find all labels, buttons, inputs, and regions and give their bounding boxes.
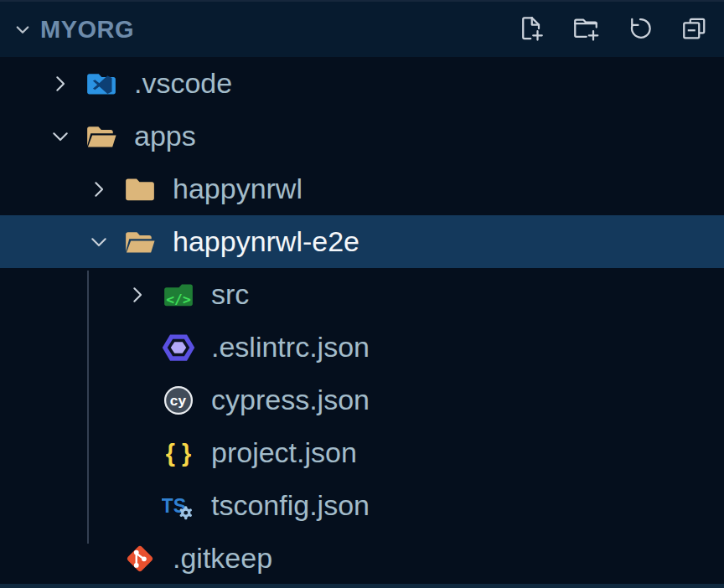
closed-folder-icon <box>122 172 158 207</box>
chevron-placeholder <box>124 440 151 467</box>
svg-text:{ }: { } <box>166 440 191 467</box>
tree-item-label: src <box>211 278 249 311</box>
tree-item-apps[interactable]: apps <box>0 110 724 162</box>
svg-text:</>: </> <box>166 291 191 307</box>
tsconfig-icon: TS <box>161 488 196 524</box>
indent-spacer <box>0 479 124 532</box>
tree-item-tsconfig-json[interactable]: TStsconfig.json <box>0 479 724 532</box>
tree-item-label: happynrwl <box>173 173 303 205</box>
new-file-icon <box>516 13 546 46</box>
new-file-button[interactable] <box>515 13 547 45</box>
indent-spacer <box>0 268 124 321</box>
tree-item-label: cypress.json <box>211 384 370 416</box>
collapse-all-icon <box>680 13 710 46</box>
indent-spacer <box>0 110 47 162</box>
src-folder-icon: </> <box>161 277 196 312</box>
tree-item-cypress-json[interactable]: cycypress.json <box>0 374 724 426</box>
git-icon <box>122 541 158 576</box>
chevron-placeholder <box>124 387 151 414</box>
chevron-placeholder <box>124 334 151 361</box>
tree-item-eslintrc-json[interactable]: .eslintrc.json <box>0 321 724 374</box>
partial-next-row <box>0 584 724 588</box>
new-folder-icon <box>571 13 601 46</box>
tree-item-gitkeep[interactable]: .gitkeep <box>0 532 724 585</box>
indent-spacer <box>0 374 124 426</box>
section-title: MYORG <box>40 16 134 44</box>
collapse-all-button[interactable] <box>679 13 711 45</box>
new-folder-button[interactable] <box>570 13 602 45</box>
chevron-down-icon[interactable] <box>85 229 112 255</box>
tree-item-label: tsconfig.json <box>211 489 370 522</box>
chevron-right-icon[interactable] <box>124 281 151 308</box>
cypress-icon: cy <box>161 383 196 418</box>
chevron-right-icon[interactable] <box>47 70 74 97</box>
section-chevron-down-icon[interactable] <box>10 17 35 42</box>
open-folder-icon <box>122 224 158 260</box>
tree-item-project-json[interactable]: { }project.json <box>0 426 724 479</box>
file-tree: .vscodeappshappynrwlhappynrwl-e2e</>src.… <box>0 57 724 585</box>
tree-item-label: .gitkeep <box>173 542 272 575</box>
tree-item-happynrwl-e2e[interactable]: happynrwl-e2e <box>0 215 724 268</box>
svg-text:cy: cy <box>170 391 187 408</box>
tree-item-label: project.json <box>211 436 357 469</box>
chevron-placeholder <box>85 545 112 572</box>
tree-item-happynrwl[interactable]: happynrwl <box>0 162 724 215</box>
tree-item-src[interactable]: </>src <box>0 268 724 321</box>
tree-item-label: apps <box>134 120 196 152</box>
refresh-button[interactable] <box>624 13 656 45</box>
vscode-folder-icon <box>84 66 119 101</box>
indent-spacer <box>0 215 85 268</box>
chevron-down-icon[interactable] <box>47 123 74 150</box>
explorer-sidebar: MYORG .vscodeappshappynrwlhappynrwl-e2e<… <box>0 0 724 588</box>
indent-spacer <box>0 532 85 585</box>
tree-item-label: .vscode <box>134 67 232 100</box>
indent-spacer <box>0 162 85 215</box>
eslint-icon <box>161 330 196 365</box>
tree-item-vscode[interactable]: .vscode <box>0 57 724 110</box>
refresh-icon <box>625 13 655 46</box>
indent-spacer <box>0 321 124 374</box>
explorer-section-header[interactable]: MYORG <box>0 2 724 57</box>
header-actions <box>515 13 711 45</box>
open-folder-icon <box>84 119 119 154</box>
indent-spacer <box>0 426 124 479</box>
chevron-right-icon[interactable] <box>85 176 112 203</box>
json-braces-icon: { } <box>161 436 196 471</box>
indent-spacer <box>0 57 47 110</box>
tree-item-label: happynrwl-e2e <box>173 225 359 258</box>
chevron-placeholder <box>124 493 151 519</box>
tree-item-label: .eslintrc.json <box>211 331 370 364</box>
